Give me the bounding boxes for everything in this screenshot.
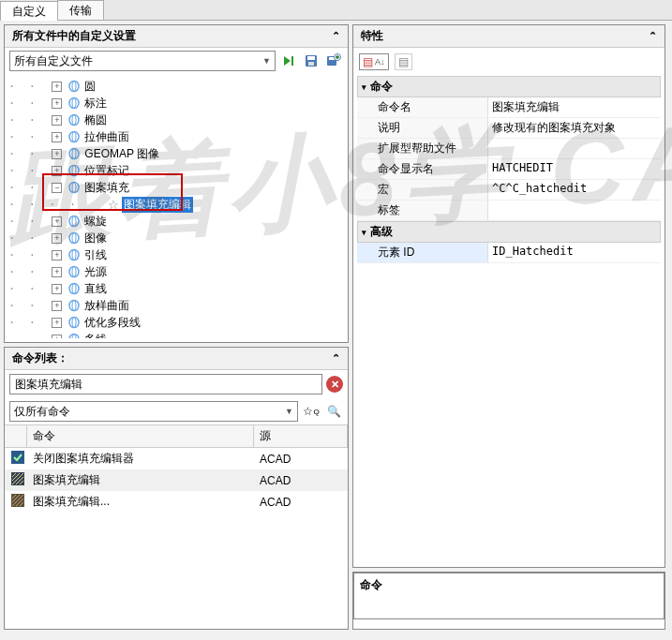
prop-row[interactable]: 元素 IDID_Hatchedit	[357, 243, 661, 263]
tree-item[interactable]: · · −图案填充	[8, 179, 346, 196]
expander-icon[interactable]: +	[52, 233, 62, 244]
save-icon[interactable]	[302, 52, 321, 70]
props-title: 特性	[361, 28, 383, 44]
tree-item[interactable]: · · +图像	[8, 230, 346, 246]
prop-group-header[interactable]: ▾高级	[357, 221, 661, 243]
expander-icon[interactable]: +	[52, 166, 62, 176]
svg-rect-2	[307, 56, 315, 60]
svg-point-29	[69, 284, 79, 294]
file-combo[interactable]: 所有自定义文件 ▼	[9, 51, 276, 71]
prop-row[interactable]: 宏^C^C_hatchedit	[357, 180, 661, 201]
command-icon	[67, 97, 82, 110]
apply-icon[interactable]	[279, 52, 298, 70]
expander-icon[interactable]: +	[52, 335, 62, 339]
svg-point-31	[69, 301, 79, 311]
prop-group-header[interactable]: ▾命令	[357, 76, 661, 97]
tree-item[interactable]: · · +螺旋	[8, 213, 346, 230]
prop-row[interactable]: 扩展型帮助文件	[357, 139, 661, 159]
tree-item[interactable]: · · +椭圆	[8, 112, 346, 128]
svg-point-21	[69, 216, 79, 227]
expander-icon[interactable]: +	[52, 115, 62, 126]
tree-item[interactable]: · · +引线	[8, 246, 346, 263]
svg-point-14	[72, 132, 76, 142]
collapse-chevron-icon[interactable]: ⌃	[332, 352, 340, 365]
expander-icon[interactable]: +	[52, 82, 62, 92]
tree-item[interactable]: · · +GEOMAP 图像	[8, 145, 346, 162]
prop-row[interactable]: 命令名图案填充编辑	[357, 97, 661, 118]
prop-help-label: 命令	[360, 578, 382, 591]
clear-search-icon[interactable]: ✕	[326, 376, 343, 393]
svg-rect-39	[11, 451, 24, 464]
expander-icon[interactable]: +	[52, 98, 62, 109]
chevron-down-icon: ▾	[362, 228, 366, 237]
command-icon	[67, 231, 82, 245]
expander-icon[interactable]: +	[52, 250, 62, 260]
svg-rect-3	[308, 62, 314, 66]
collapse-chevron-icon[interactable]: ⌃	[332, 30, 340, 42]
command-icon	[67, 113, 82, 127]
tree-item[interactable]: · · +标注	[8, 95, 346, 112]
col-header-src[interactable]: 源	[254, 425, 348, 447]
svg-point-13	[69, 132, 79, 142]
prop-row[interactable]: 说明修改现有的图案填充对象	[357, 118, 661, 139]
prop-row[interactable]: 标签	[357, 201, 661, 221]
expander-icon[interactable]: +	[52, 149, 62, 159]
prop-view-list[interactable]: ▤	[395, 53, 412, 70]
svg-point-24	[72, 233, 76, 244]
command-row[interactable]: 图案填充编辑ACAD	[5, 469, 348, 491]
expander-icon[interactable]: +	[52, 318, 62, 328]
svg-point-35	[69, 335, 79, 339]
expander-icon[interactable]: +	[52, 301, 62, 311]
command-row[interactable]: 关闭图案填充编辑器ACAD	[5, 448, 348, 469]
expander-icon[interactable]: −	[52, 183, 62, 193]
command-icon	[67, 130, 82, 143]
tree-item[interactable]: · · +直线	[8, 280, 346, 297]
collapse-chevron-icon[interactable]: ⌃	[649, 30, 657, 42]
command-icon	[67, 282, 82, 295]
command-icon	[67, 181, 82, 194]
svg-point-17	[69, 166, 79, 176]
star-icon: ☆	[108, 198, 119, 212]
svg-point-7	[69, 82, 79, 92]
command-icon	[67, 248, 82, 261]
svg-point-16	[72, 149, 76, 159]
star-filter-icon[interactable]: ☆Q	[302, 402, 321, 421]
tree-item[interactable]: · · · · ☆图案填充编辑	[8, 196, 346, 213]
tree-item[interactable]: · · +放样曲面	[8, 297, 346, 314]
svg-point-18	[72, 166, 76, 176]
save-as-icon[interactable]	[324, 52, 343, 70]
expander-icon[interactable]: +	[52, 132, 62, 142]
svg-point-8	[72, 82, 76, 92]
col-header-name[interactable]: 命令	[27, 425, 254, 447]
command-icon	[67, 316, 82, 329]
chevron-down-icon: ▾	[362, 82, 366, 92]
prop-sort-categorized[interactable]: ▤A↓	[359, 53, 389, 70]
custom-tree[interactable]: · · +圆· · +标注· · +椭圆· · +拉伸曲面· · +GEOMAP…	[5, 74, 348, 338]
tab-custom[interactable]: 自定义	[0, 1, 58, 21]
tree-item[interactable]: · · +拉伸曲面	[8, 128, 346, 145]
tree-item[interactable]: · · +优化多段线	[8, 314, 346, 331]
svg-point-33	[69, 318, 79, 328]
props-header: 特性 ⌃	[353, 25, 665, 48]
tree-item[interactable]: · · +位置标记	[8, 162, 346, 179]
find-icon[interactable]: 🔍	[324, 402, 343, 421]
svg-point-26	[72, 250, 76, 260]
expander-icon[interactable]: +	[52, 216, 62, 227]
expander-icon[interactable]: +	[52, 267, 62, 277]
svg-point-30	[72, 284, 76, 294]
command-icon	[67, 164, 82, 177]
cmdlist-title: 命令列表：	[12, 350, 68, 366]
tree-item[interactable]: · · +光源	[8, 263, 346, 280]
search-input[interactable]	[9, 374, 322, 394]
prop-row[interactable]: 命令显示名HATCHEDIT	[357, 159, 661, 180]
filter-combo[interactable]: 仅所有命令 ▼	[9, 401, 298, 422]
tree-item[interactable]: · · +多线	[8, 331, 346, 338]
expander-icon[interactable]: +	[52, 284, 62, 294]
svg-point-25	[69, 250, 79, 260]
command-row[interactable]: 图案填充编辑...ACAD	[5, 491, 348, 513]
tree-item[interactable]: · · +圆	[8, 78, 346, 95]
chevron-down-icon: ▼	[262, 56, 271, 66]
tab-transfer[interactable]: 传输	[57, 0, 104, 20]
svg-point-15	[69, 149, 79, 159]
custom-panel-header: 所有文件中的自定义设置 ⌃	[5, 25, 348, 48]
